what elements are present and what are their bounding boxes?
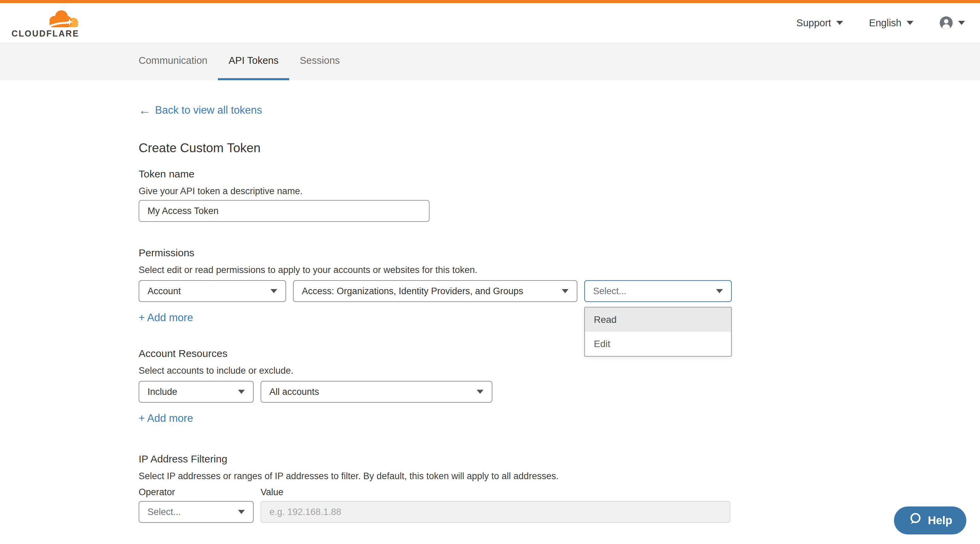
account-resources-row: Include All accounts: [138, 381, 980, 403]
dropdown-caret-icon: [562, 289, 568, 293]
support-menu-label: Support: [796, 17, 831, 29]
support-menu[interactable]: Support: [796, 17, 843, 29]
access-level-dropdown-menu: Read Edit: [584, 307, 732, 357]
dropdown-caret-icon: [238, 510, 245, 514]
page-title: Create Custom Token: [138, 141, 980, 155]
top-accent-bar: [0, 0, 980, 3]
permissions-description: Select edit or read permissions to apply…: [138, 265, 980, 275]
token-name-description: Give your API token a descriptive name.: [138, 186, 980, 197]
tab-api-tokens[interactable]: API Tokens: [218, 43, 289, 80]
language-menu[interactable]: English: [869, 17, 913, 29]
left-arrow-icon: ←: [138, 104, 151, 116]
permission-scope-select[interactable]: Account: [138, 280, 286, 302]
permission-group-value: Access: Organizations, Identity Provider…: [302, 286, 523, 297]
resource-mode-value: Include: [148, 387, 177, 397]
resource-accounts-value: All accounts: [269, 387, 319, 397]
ip-operator-placeholder: Select...: [148, 507, 181, 517]
value-label: Value: [261, 487, 283, 498]
cloudflare-logo[interactable]: CLOUDFLARE: [8, 9, 79, 38]
permissions-heading: Permissions: [138, 247, 980, 259]
ip-operator-select[interactable]: Select...: [138, 501, 254, 523]
dropdown-caret-icon: [716, 289, 723, 293]
resource-accounts-select[interactable]: All accounts: [261, 381, 492, 403]
main-content: ← Back to view all tokens Create Custom …: [0, 80, 980, 523]
operator-label: Operator: [138, 487, 261, 498]
dropdown-option-read[interactable]: Read: [585, 308, 731, 332]
dropdown-caret-icon: [270, 289, 277, 293]
ip-filtering-heading: IP Address Filtering: [138, 453, 980, 465]
user-avatar-icon: [939, 16, 953, 30]
account-resources-add-more-link[interactable]: + Add more: [138, 412, 193, 425]
header: CLOUDFLARE Support English: [0, 3, 980, 43]
back-link-label: Back to view all tokens: [155, 104, 262, 116]
permission-scope-value: Account: [148, 286, 181, 297]
profile-tabbar: Communication API Tokens Sessions: [0, 43, 980, 80]
tab-sessions[interactable]: Sessions: [289, 43, 351, 80]
language-menu-label: English: [869, 17, 902, 29]
dropdown-option-edit[interactable]: Edit: [585, 332, 731, 356]
tab-communication[interactable]: Communication: [128, 43, 218, 80]
cloudflare-cloud-icon: [44, 9, 79, 28]
ip-filtering-controls: Select...: [138, 501, 980, 523]
chevron-down-icon: [958, 21, 965, 25]
account-menu[interactable]: [939, 16, 965, 30]
dropdown-caret-icon: [477, 390, 484, 394]
permission-access-select[interactable]: Select... Read Edit: [584, 280, 732, 302]
cloudflare-wordmark: CLOUDFLARE: [12, 29, 79, 38]
ip-filtering-labels: Operator Value: [138, 487, 980, 498]
account-resources-description: Select accounts to include or exclude.: [138, 365, 980, 376]
permissions-row: Account Access: Organizations, Identity …: [138, 280, 980, 302]
header-menu: Support English: [796, 16, 965, 30]
permissions-add-more-link[interactable]: + Add more: [138, 312, 193, 324]
token-name-heading: Token name: [138, 168, 980, 180]
dropdown-caret-icon: [238, 390, 245, 394]
back-to-tokens-link[interactable]: ← Back to view all tokens: [138, 104, 262, 116]
account-resources-heading: Account Resources: [138, 348, 980, 359]
permission-group-select[interactable]: Access: Organizations, Identity Provider…: [293, 280, 578, 302]
ip-filtering-description: Select IP addresses or ranges of IP addr…: [138, 471, 980, 482]
resource-mode-select[interactable]: Include: [138, 381, 254, 403]
token-name-input[interactable]: [138, 200, 430, 222]
chevron-down-icon: [836, 21, 843, 25]
help-button[interactable]: Help: [894, 506, 966, 534]
help-button-label: Help: [928, 514, 952, 527]
chat-bubble-icon: [908, 512, 922, 529]
ip-value-input: [261, 501, 730, 523]
permission-access-placeholder: Select...: [593, 286, 627, 297]
chevron-down-icon: [907, 21, 913, 25]
